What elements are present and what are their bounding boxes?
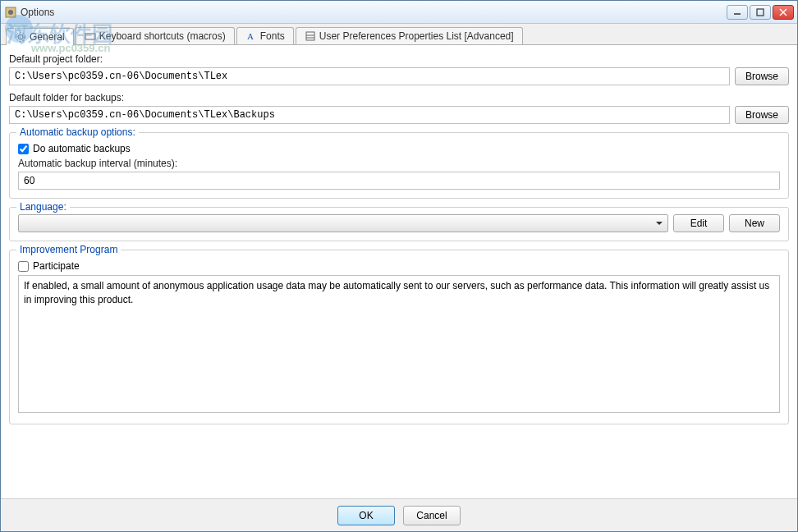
language-dropdown[interactable]	[18, 214, 668, 232]
dialog-footer: OK Cancel	[1, 498, 797, 531]
language-new-button[interactable]: New	[729, 214, 780, 232]
options-window: Options General Keyboard shortcuts (macr…	[0, 0, 798, 532]
tab-bar: General Keyboard shortcuts (macros) A Fo…	[1, 24, 797, 45]
maximize-button[interactable]	[750, 5, 771, 20]
font-icon: A	[245, 30, 257, 42]
gear-icon	[15, 31, 26, 43]
tab-label: User Preferences Properties List [Advanc…	[319, 30, 514, 42]
language-edit-button[interactable]: Edit	[673, 214, 724, 232]
svg-point-1	[8, 10, 13, 15]
backup-options-title: Automatic backup options:	[16, 126, 139, 138]
backup-options-group: Automatic backup options: Do automatic b…	[9, 132, 789, 199]
svg-rect-8	[85, 34, 95, 39]
backup-interval-label: Automatic backup interval (minutes):	[18, 158, 780, 169]
improvement-description[interactable]: If enabled, a small amount of anonymous …	[18, 275, 780, 413]
tab-label: Fonts	[260, 30, 285, 42]
svg-rect-3	[757, 9, 764, 16]
keyboard-icon	[85, 30, 96, 42]
language-title: Language:	[16, 201, 70, 213]
close-button[interactable]	[773, 5, 794, 20]
backup-folder-input[interactable]	[9, 106, 730, 124]
browse-backup-button[interactable]: Browse	[735, 106, 789, 124]
properties-icon	[305, 30, 316, 42]
cancel-button[interactable]: Cancel	[403, 506, 461, 525]
tab-label: Keyboard shortcuts (macros)	[99, 30, 226, 42]
window-buttons	[727, 5, 794, 20]
auto-backup-checkbox[interactable]	[18, 144, 29, 154]
content-area: Default project folder: Browse Default f…	[1, 45, 797, 498]
improvement-group: Improvement Program Participate If enabl…	[9, 250, 789, 424]
ok-button[interactable]: OK	[337, 506, 395, 525]
tab-label: General	[30, 31, 65, 43]
tab-keyboard-shortcuts[interactable]: Keyboard shortcuts (macros)	[76, 27, 235, 44]
chevron-down-icon	[656, 222, 663, 225]
tab-fonts[interactable]: A Fonts	[236, 27, 294, 44]
svg-point-6	[18, 34, 23, 39]
participate-checkbox[interactable]	[18, 261, 29, 272]
project-folder-label: Default project folder:	[9, 53, 789, 65]
window-title: Options	[21, 7, 727, 18]
svg-rect-11	[306, 32, 314, 40]
language-group: Language: Edit New	[9, 207, 789, 241]
svg-point-7	[16, 33, 25, 42]
svg-text:A: A	[247, 31, 254, 41]
backup-folder-label: Default folder for backups:	[9, 92, 789, 103]
backup-interval-input[interactable]	[18, 172, 780, 190]
tab-general[interactable]: General	[6, 28, 74, 45]
tab-user-preferences[interactable]: User Preferences Properties List [Advanc…	[296, 27, 523, 44]
participate-label: Participate	[33, 260, 80, 272]
app-icon	[4, 6, 17, 19]
minimize-button[interactable]	[727, 5, 748, 20]
project-folder-input[interactable]	[9, 67, 730, 85]
auto-backup-label: Do automatic backups	[33, 143, 131, 154]
improvement-title: Improvement Program	[16, 244, 121, 255]
titlebar: Options	[1, 1, 797, 24]
browse-project-button[interactable]: Browse	[735, 67, 789, 85]
